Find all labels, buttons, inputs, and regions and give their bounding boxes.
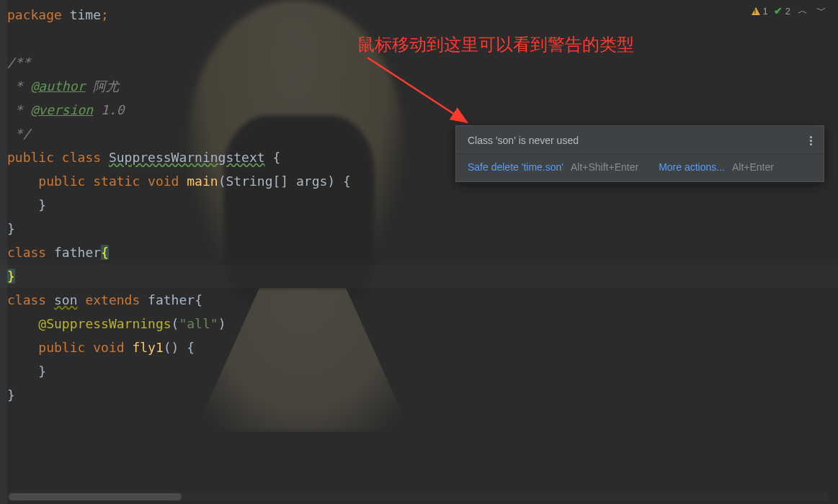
keyword-public: public (38, 174, 85, 189)
inspection-message: Class 'son' is never used (468, 135, 579, 146)
javadoc-author-value: 阿尤 (85, 78, 119, 94)
open-brace-matched: { (101, 245, 109, 260)
keyword-public: public (7, 150, 54, 165)
superclass-father: father (148, 292, 195, 307)
warning-icon (752, 7, 760, 15)
close-brace: } (7, 221, 15, 236)
keyword-class: class (7, 292, 54, 307)
more-actions-shortcut: Alt+Enter (732, 161, 774, 173)
class-name-son: son (54, 292, 78, 307)
intention-popup: Class 'son' is never used Safe delete 't… (455, 125, 824, 182)
type-string: String (226, 174, 272, 189)
safe-delete-action[interactable]: Safe delete 'time.son' (468, 161, 563, 173)
class-name-father: father (54, 245, 101, 260)
horizontal-scrollbar[interactable] (7, 492, 829, 501)
editor-gutter (0, 0, 7, 504)
annotation-suppresswarnings: @SuppressWarnings (38, 316, 171, 331)
javadoc-star: * (7, 78, 31, 94)
next-highlight-button[interactable]: ﹀ (815, 4, 828, 17)
horizontal-scrollbar-thumb[interactable] (9, 493, 182, 500)
close-brace-line: } (7, 364, 46, 379)
javadoc-version-value: 1.0 (93, 102, 124, 117)
class-name-main: SuppressWarningstext (109, 150, 265, 165)
javadoc-close: */ (7, 126, 31, 141)
ok-count: 2 (785, 6, 790, 17)
more-actions-link[interactable]: More actions... (659, 161, 725, 173)
ok-indicator[interactable]: ✔ 2 (774, 5, 790, 17)
inspections-widget[interactable]: 1 ✔ 2 ︿ ﹀ (752, 4, 828, 17)
keyword-extends: extends (78, 292, 148, 307)
svg-line-0 (367, 58, 467, 122)
semicolon: ; (101, 7, 109, 22)
package-name: time (62, 7, 101, 22)
close-brace: } (7, 387, 15, 402)
prev-highlight-button[interactable]: ︿ (796, 4, 809, 17)
popup-more-icon[interactable] (810, 136, 812, 145)
keyword-static: static (85, 174, 140, 189)
annotation-callout-text: 鼠标移动到这里可以看到警告的类型 (357, 33, 634, 56)
keyword-package: package (7, 7, 62, 22)
keyword-void: void (140, 174, 187, 189)
close-brace-matched: } (7, 269, 15, 284)
vertical-scrollbar[interactable] (829, 0, 837, 490)
keyword-class: class (7, 245, 54, 260)
javadoc-version-tag: @version (31, 102, 94, 117)
keyword-void: void (85, 340, 132, 355)
warning-count: 1 (763, 6, 768, 17)
javadoc-open: /** (7, 55, 31, 70)
safe-delete-shortcut: Alt+Shift+Enter (571, 161, 638, 173)
open-brace: { (195, 292, 202, 307)
open-brace: { (272, 150, 280, 165)
close-brace-line: } (7, 197, 46, 212)
string-all: "all" (179, 316, 218, 331)
method-main: main (187, 174, 218, 189)
javadoc-author-tag: @author (31, 78, 86, 94)
javadoc-star: * (7, 102, 31, 117)
warnings-indicator[interactable]: 1 (752, 6, 768, 17)
method-fly1: fly1 (132, 340, 163, 355)
keyword-public: public (38, 340, 85, 355)
keyword-class: class (54, 150, 109, 165)
check-icon: ✔ (774, 5, 783, 17)
code-editor[interactable]: package time; /** * @author 阿尤 * @versio… (7, 3, 351, 407)
annotation-arrow (360, 53, 504, 132)
